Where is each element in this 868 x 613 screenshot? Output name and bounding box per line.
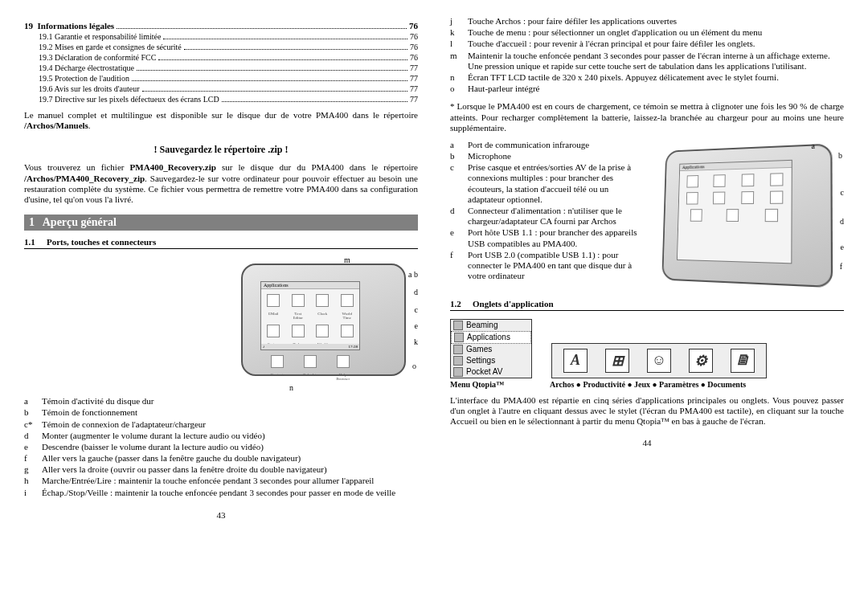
- key-row: fPort USB 2.0 (compatible USB 1.1) : pou…: [450, 250, 643, 283]
- caption-row: Menu Qtopia™ Archos ● Productivité ● Jeu…: [450, 380, 844, 389]
- menu-item: Beaming: [451, 320, 531, 331]
- key-row: lTouche d'accueil : pour revenir à l'écr…: [450, 39, 844, 50]
- toc-sub: 19.7 Directive sur les pixels défectueux…: [24, 93, 418, 104]
- key-list-top: jTouche Archos : pour faire défiler les …: [450, 16, 844, 95]
- key-list-af: aPort de communication infrarougebMicrop…: [450, 140, 643, 282]
- subheading-1-2: 1.2Onglets d'application: [450, 299, 844, 311]
- key-row: jTouche Archos : pour faire défiler les …: [450, 16, 844, 27]
- key-row: oHaut-parleur intégré: [450, 84, 844, 95]
- subheading-1-1: 1.1Ports, touches et connecteurs: [24, 237, 418, 249]
- menu-item: Applications: [451, 331, 531, 344]
- key-row: aTémoin d'activité du disque dur: [24, 396, 418, 407]
- key-row: mMaintenir la touche enfoncée pendant 3 …: [450, 51, 844, 72]
- key-row: cPrise casque et entrées/sorties AV de l…: [450, 162, 643, 206]
- key-row: aPort de communication infrarouge: [450, 140, 643, 151]
- toc-sub: 19.2 Mises en garde et consignes de sécu…: [24, 41, 418, 51]
- page-number-right: 44: [450, 438, 844, 447]
- tab-icon: 🗎: [731, 349, 755, 373]
- tab-icon: A: [563, 349, 588, 373]
- device-illustration-front: Applications EMailText EditorClockWorld …: [233, 255, 418, 392]
- key-row: dMonter (augmenter le volume durant la l…: [24, 431, 418, 442]
- page-number-left: 43: [24, 510, 418, 520]
- key-row: dConnecteur d'alimentation : n'utiliser …: [450, 206, 643, 227]
- tab-icon: ☺: [647, 349, 671, 373]
- save-paragraph: Vous trouverez un fichier PMA400_Recover…: [24, 162, 418, 205]
- tab-icon-strip: A⊞☺⚙🗎: [551, 343, 767, 378]
- qtopia-menu: BeamingApplicationsGamesSettingsPocket A…: [450, 319, 532, 378]
- toc-sub: 19.4 Décharge électrostatique77: [24, 62, 418, 72]
- key-row: eDescendre (baisser le volume durant la …: [24, 442, 418, 453]
- toc-sub: 19.6 Avis sur les droits d'auteur77: [24, 83, 418, 93]
- key-row: fAller vers la gauche (passer dans la fe…: [24, 453, 418, 464]
- key-list-left: aTémoin d'activité du disque durbTémoin …: [24, 396, 418, 499]
- key-row: ePort hôte USB 1.1 : pour brancher des a…: [450, 227, 643, 249]
- tab-icon: ⊞: [605, 349, 629, 373]
- save-heading: ! Sauvegardez le répertoire .zip !: [24, 144, 418, 156]
- key-row: hMarche/Entrée/Lire : maintenir la touch…: [24, 476, 418, 487]
- manual-paragraph: Le manuel complet et multilingue est dis…: [24, 110, 418, 131]
- key-row: kTouche de menu : pour sélectionner un o…: [450, 27, 844, 39]
- menu-item: Pocket AV: [451, 366, 531, 378]
- menu-item: Games: [451, 344, 531, 355]
- key-row: bMicrophone: [450, 151, 643, 162]
- star-paragraph: * Lorsque le PMA400 est en cours de char…: [450, 101, 844, 133]
- key-row: bTémoin de fonctionnement: [24, 407, 418, 419]
- key-row: gAller vers la droite (ouvrir ou passer …: [24, 464, 418, 476]
- bottom-paragraph: L'interface du PMA400 est répartie en ci…: [450, 395, 844, 427]
- section-1-bar: 1 Aperçu général: [24, 215, 418, 231]
- bottom-images: BeamingApplicationsGamesSettingsPocket A…: [450, 319, 844, 378]
- tab-icon: ⚙: [689, 349, 713, 373]
- toc-main: 19 Informations légales 76: [24, 19, 418, 31]
- device-illustration-side: Applications a b c d e f: [651, 140, 844, 292]
- toc-sub: 19.1 Garantie et responsabilité limitée7…: [24, 31, 418, 41]
- key-row: nÉcran TFT LCD tactile de 320 x 240 pixe…: [450, 72, 844, 84]
- key-row: iÉchap./Stop/Veille : maintenir la touch…: [24, 488, 418, 499]
- page-left: 19 Informations légales 76 19.1 Garantie…: [24, 16, 418, 520]
- toc-sub: 19.5 Protection de l'audition77: [24, 72, 418, 83]
- toc-sub: 19.3 Déclaration de conformité FCC76: [24, 51, 418, 62]
- key-row: c*Témoin de connexion de l'adaptateur/ch…: [24, 419, 418, 431]
- menu-item: Settings: [451, 355, 531, 366]
- page-right: jTouche Archos : pour faire défiler les …: [450, 16, 844, 520]
